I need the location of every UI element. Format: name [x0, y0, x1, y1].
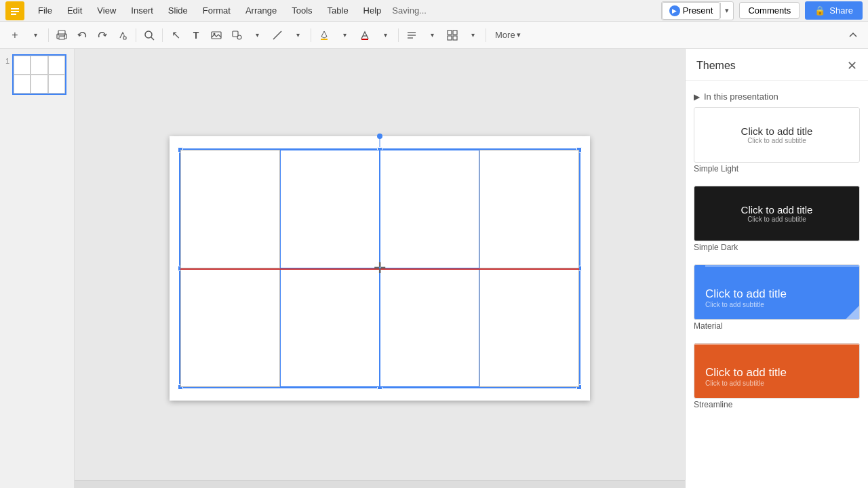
add-button[interactable]: +	[5, 26, 24, 45]
themes-section-arrow: ▶	[694, 92, 700, 102]
menu-arrange[interactable]: Arrange	[239, 3, 283, 18]
toolbar-separator-3	[162, 28, 163, 42]
present-dropdown[interactable]: ▾	[720, 3, 733, 18]
more-arrow-icon: ▾	[517, 30, 521, 39]
table-cell-r2c4[interactable]	[479, 268, 579, 387]
share-label: Share	[829, 5, 853, 16]
layout-button[interactable]	[443, 26, 462, 45]
svg-rect-23	[448, 30, 452, 35]
theme-material-label: Material	[694, 320, 860, 332]
material-corner-fold	[846, 306, 859, 319]
theme-material[interactable]: Click to add title Click to add subtitle…	[694, 264, 860, 338]
table-cell-r2c2[interactable]	[280, 268, 380, 387]
shape-dropdown-button[interactable]: ▾	[248, 26, 267, 45]
thumb-cell-5	[31, 75, 47, 94]
thumb-cell-3	[48, 56, 65, 75]
menu-format[interactable]: Format	[196, 3, 237, 18]
themes-header: Themes ✕	[686, 49, 868, 81]
zoom-button[interactable]	[140, 26, 159, 45]
more-button[interactable]: More ▾	[490, 28, 526, 41]
menu-view[interactable]: View	[90, 3, 123, 18]
present-play-icon: ▶	[669, 5, 680, 16]
toolbar-separator-4	[311, 28, 311, 42]
select-button[interactable]: ↖	[166, 26, 185, 45]
svg-point-15	[237, 35, 241, 39]
theme-streamline-label: Streamline	[694, 399, 860, 411]
line-button[interactable]	[268, 26, 287, 45]
rotation-handle[interactable]	[377, 134, 382, 139]
line-dropdown-button[interactable]: ▾	[288, 26, 307, 45]
theme-simple-dark[interactable]: Click to add title Click to add subtitle…	[694, 186, 860, 259]
menu-table[interactable]: Table	[321, 3, 355, 18]
table-cell-r2c3[interactable]	[380, 268, 479, 387]
print-button[interactable]	[52, 26, 71, 45]
table-cell-r1c4[interactable]	[479, 150, 579, 268]
align-button[interactable]	[402, 26, 421, 45]
theme-simple-dark-preview: Click to add title Click to add subtitle	[694, 186, 860, 241]
present-label: Present	[683, 5, 713, 16]
table-cell-r1c2[interactable]	[280, 150, 380, 268]
slide-thumb-container: 1	[5, 54, 68, 95]
menu-insert[interactable]: Insert	[124, 3, 160, 18]
border-color-button[interactable]	[355, 26, 374, 45]
theme-simple-light-preview: Click to add title Click to add subtitle	[694, 107, 860, 163]
theme-simple-light-title: Click to add title	[741, 125, 813, 137]
svg-rect-12	[212, 32, 221, 39]
redo-button[interactable]	[93, 26, 112, 45]
horizontal-scrollbar[interactable]	[75, 480, 685, 488]
toolbar-separator-2	[136, 28, 136, 42]
theme-simple-dark-subtitle: Click to add subtitle	[747, 216, 806, 223]
svg-line-16	[273, 31, 281, 39]
add-dropdown-button[interactable]: ▾	[26, 26, 45, 45]
menu-bar: File Edit View Insert Slide Format Arran…	[0, 0, 868, 22]
theme-simple-light-subtitle: Click to add subtitle	[747, 137, 806, 144]
paint-format-button[interactable]	[113, 26, 132, 45]
fill-dropdown-button[interactable]: ▾	[335, 26, 354, 45]
fill-color-button[interactable]	[315, 26, 334, 45]
slide-thumbnail[interactable]	[12, 54, 66, 95]
theme-streamline-subtitle: Click to add subtitle	[705, 380, 764, 387]
align-dropdown-button[interactable]: ▾	[422, 26, 441, 45]
collapse-toolbar-button[interactable]	[844, 26, 863, 45]
streamline-top-line	[694, 344, 859, 345]
share-button[interactable]: 🔒 Share	[805, 1, 863, 20]
layout-dropdown-button[interactable]: ▾	[463, 26, 482, 45]
svg-rect-8	[123, 37, 126, 39]
svg-rect-6	[59, 37, 64, 39]
svg-rect-2	[11, 11, 19, 12]
menu-help[interactable]: Help	[357, 3, 389, 18]
table-cell-r1c1[interactable]	[180, 150, 280, 268]
themes-close-button[interactable]: ✕	[847, 60, 857, 72]
text-button[interactable]: T	[186, 26, 205, 45]
toolbar-separator-6	[486, 28, 486, 42]
menu-edit[interactable]: Edit	[60, 3, 89, 18]
menu-slide[interactable]: Slide	[161, 3, 195, 18]
slide-number: 1	[5, 57, 9, 65]
app-logo[interactable]	[5, 1, 24, 20]
theme-simple-dark-title: Click to add title	[741, 204, 813, 216]
border-dropdown-button[interactable]: ▾	[376, 26, 395, 45]
present-button[interactable]: ▶ Present	[662, 2, 721, 20]
table-cell-r1c3[interactable]	[380, 150, 479, 268]
table-element[interactable]: ✛	[179, 148, 580, 388]
comments-button[interactable]: Comments	[739, 2, 800, 19]
toolbar-separator-5	[398, 28, 399, 42]
table-cell-r2c1[interactable]	[180, 268, 280, 387]
theme-simple-light[interactable]: Click to add title Click to add subtitle…	[694, 107, 860, 180]
theme-streamline[interactable]: Click to add title Click to add subtitle…	[694, 343, 860, 416]
image-button[interactable]	[207, 26, 226, 45]
menu-file[interactable]: File	[31, 3, 59, 18]
shape-button[interactable]	[227, 26, 246, 45]
menu-right: ▶ Present ▾ Comments 🔒 Share	[661, 1, 863, 20]
undo-button[interactable]	[73, 26, 92, 45]
toolbar-separator-1	[48, 28, 49, 42]
menu-tools[interactable]: Tools	[285, 3, 319, 18]
themes-in-presentation-section[interactable]: ▶ In this presentation	[694, 86, 860, 107]
svg-rect-4	[58, 30, 65, 35]
svg-line-11	[151, 37, 154, 40]
canvas-area[interactable]: ✛	[75, 49, 685, 488]
theme-material-subtitle: Click to add subtitle	[705, 301, 764, 308]
slide-canvas[interactable]: ✛	[170, 136, 590, 401]
slide-panel: 1	[0, 49, 75, 488]
more-label: More	[495, 30, 515, 40]
